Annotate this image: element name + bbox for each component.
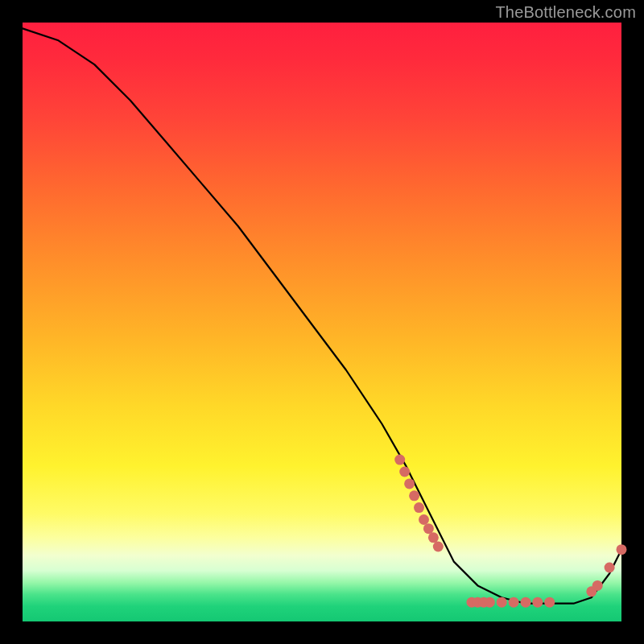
marker-point (409, 490, 419, 501)
marker-point (404, 478, 415, 489)
bottleneck-curve (23, 28, 621, 603)
marker-point (497, 597, 507, 608)
marker-point (592, 580, 603, 591)
watermark-text: TheBottleneck.com (495, 3, 636, 22)
marker-point (419, 514, 429, 525)
marker-point (394, 455, 405, 465)
marker-point (433, 542, 444, 552)
marker-point (509, 597, 519, 608)
marker-point (414, 502, 424, 513)
marker-point (521, 597, 531, 608)
chart-stage: TheBottleneck.com (0, 0, 644, 644)
marker-point (617, 544, 627, 555)
marker-group (394, 455, 626, 608)
marker-point (485, 597, 495, 608)
marker-point (532, 597, 543, 608)
marker-point (423, 523, 434, 534)
marker-point (605, 563, 615, 573)
marker-point (544, 597, 555, 608)
chart-svg (23, 23, 621, 621)
marker-point (428, 532, 439, 543)
plot-area (23, 23, 621, 621)
marker-point (399, 467, 410, 477)
